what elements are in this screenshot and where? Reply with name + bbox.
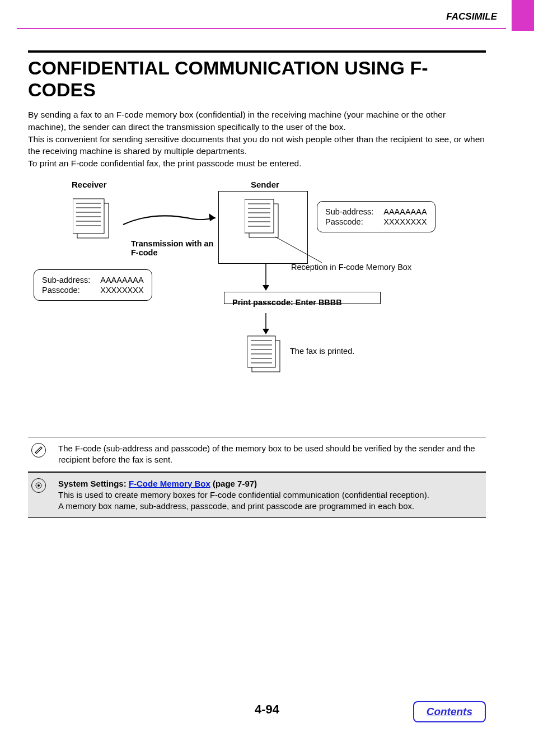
note-2-page: (page 7-97) [210, 479, 257, 488]
svg-rect-1 [73, 199, 104, 234]
note-2-text: System Settings: F-Code Memory Box (page… [58, 476, 433, 515]
svg-marker-19 [263, 285, 269, 291]
header-rule [17, 28, 506, 29]
note-row-2: System Settings: F-Code Memory Box (page… [28, 472, 486, 519]
passcode-value: XXXXXXXX [100, 286, 143, 295]
print-passcode-box: Print passcode: Enter BBBB [224, 292, 381, 304]
reception-label: Reception in F-code Memory Box [291, 263, 411, 272]
sender-credentials-box: Sub-address: AAAAAAAA Passcode: XXXXXXXX [317, 201, 435, 232]
svg-rect-9 [245, 199, 274, 233]
note-2-line2: A memory box name, sub-address, passcode… [58, 501, 429, 512]
sub-address-value: AAAAAAAA [100, 276, 143, 284]
diagram: Receiver Sender Transmission with an [28, 180, 486, 393]
sub-address-value-2: AAAAAAAA [383, 207, 427, 216]
passcode-label: Passcode: [42, 286, 90, 295]
note-1-text: The F-code (sub-address and passcode) of… [58, 441, 486, 468]
section-header: FACSIMILE [446, 11, 497, 22]
printed-label: The fax is printed. [290, 347, 354, 356]
paragraph-2: This is convenient for sending sensitive… [28, 133, 486, 157]
passcode-label-2: Passcode: [325, 217, 373, 226]
svg-marker-16 [209, 213, 216, 221]
receiver-label: Receiver [72, 180, 107, 189]
contents-button[interactable]: Contents [413, 701, 486, 722]
print-passcode-label: Print passcode: Enter BBBB [232, 298, 342, 307]
note-2-line1: This is used to create memory boxes for … [58, 489, 429, 501]
section-tab [512, 0, 534, 31]
document-icon-printed [247, 334, 287, 379]
settings-icon [31, 478, 46, 493]
sub-address-label-2: Sub-address: [325, 207, 373, 216]
page-title: CONFIDENTIAL COMMUNICATION USING F-CODES [28, 57, 486, 101]
title-rule [28, 50, 486, 53]
transmission-arrow [120, 208, 221, 230]
transmission-label: Transmission with an F-code [131, 239, 221, 257]
paragraph-1: By sending a fax to an F-code memory box… [28, 109, 486, 133]
sub-address-label: Sub-address: [42, 276, 90, 284]
note-row-1: The F-code (sub-address and passcode) of… [28, 437, 486, 472]
note-2-prefix: System Settings: [58, 479, 129, 488]
intro-text: By sending a fax to an F-code memory box… [28, 109, 486, 169]
svg-point-31 [38, 484, 40, 487]
note-icon [31, 443, 46, 458]
fcode-memory-box-link[interactable]: F-Code Memory Box [129, 479, 210, 488]
document-icon-receiver [73, 197, 118, 241]
down-arrow-1 [260, 264, 271, 292]
svg-line-17 [275, 237, 322, 263]
document-icon-sender [245, 197, 284, 242]
sender-label: Sender [251, 180, 279, 189]
down-arrow-2 [260, 313, 271, 335]
receiver-credentials-box: Sub-address: AAAAAAAA Passcode: XXXXXXXX [34, 269, 152, 301]
passcode-value-2: XXXXXXXX [383, 217, 427, 226]
paragraph-3: To print an F-code confidential fax, the… [28, 157, 486, 170]
